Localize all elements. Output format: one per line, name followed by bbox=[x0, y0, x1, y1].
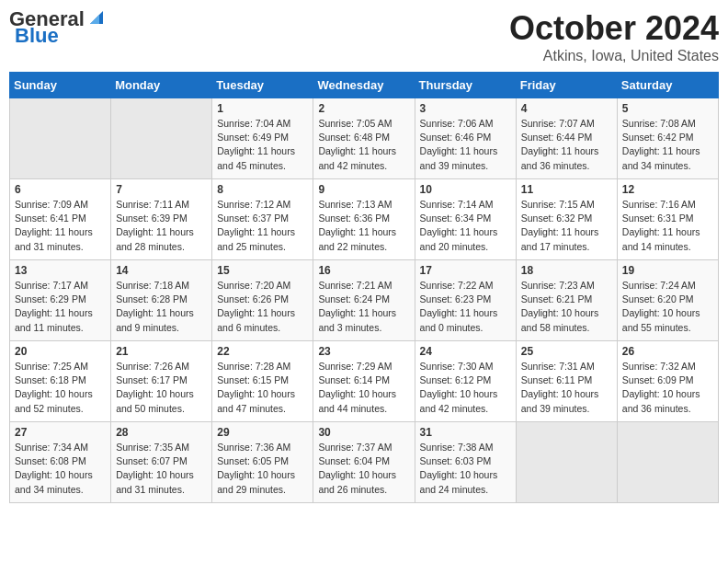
header-day-wednesday: Wednesday bbox=[313, 73, 415, 98]
day-number: 7 bbox=[116, 183, 207, 196]
header-day-friday: Friday bbox=[516, 73, 617, 98]
calendar-cell: 13Sunrise: 7:17 AM Sunset: 6:29 PM Dayli… bbox=[10, 260, 111, 341]
day-number: 27 bbox=[15, 426, 106, 439]
day-number: 24 bbox=[420, 345, 511, 358]
day-info: Sunrise: 7:17 AM Sunset: 6:29 PM Dayligh… bbox=[15, 279, 106, 335]
calendar-cell: 30Sunrise: 7:37 AM Sunset: 6:04 PM Dayli… bbox=[313, 422, 415, 503]
day-info: Sunrise: 7:11 AM Sunset: 6:39 PM Dayligh… bbox=[116, 198, 207, 254]
day-info: Sunrise: 7:15 AM Sunset: 6:32 PM Dayligh… bbox=[521, 198, 612, 254]
day-number: 8 bbox=[217, 183, 308, 196]
calendar-cell: 8Sunrise: 7:12 AM Sunset: 6:37 PM Daylig… bbox=[212, 179, 313, 260]
calendar-cell: 20Sunrise: 7:25 AM Sunset: 6:18 PM Dayli… bbox=[10, 341, 111, 422]
day-number: 12 bbox=[622, 183, 713, 196]
calendar-cell: 7Sunrise: 7:11 AM Sunset: 6:39 PM Daylig… bbox=[111, 179, 212, 260]
month-title: October 2024 bbox=[509, 9, 719, 48]
calendar-cell: 6Sunrise: 7:09 AM Sunset: 6:41 PM Daylig… bbox=[10, 179, 111, 260]
day-info: Sunrise: 7:26 AM Sunset: 6:17 PM Dayligh… bbox=[116, 360, 207, 416]
location-title: Atkins, Iowa, United States bbox=[509, 48, 719, 64]
day-info: Sunrise: 7:04 AM Sunset: 6:49 PM Dayligh… bbox=[217, 117, 308, 173]
day-number: 18 bbox=[521, 264, 612, 277]
calendar-cell: 15Sunrise: 7:20 AM Sunset: 6:26 PM Dayli… bbox=[212, 260, 313, 341]
calendar-cell bbox=[111, 98, 212, 179]
title-area: October 2024 Atkins, Iowa, United States bbox=[509, 9, 719, 64]
day-info: Sunrise: 7:28 AM Sunset: 6:15 PM Dayligh… bbox=[217, 360, 308, 416]
day-info: Sunrise: 7:31 AM Sunset: 6:11 PM Dayligh… bbox=[521, 360, 612, 416]
day-info: Sunrise: 7:13 AM Sunset: 6:36 PM Dayligh… bbox=[318, 198, 409, 254]
day-number: 26 bbox=[622, 345, 713, 358]
header: General Blue October 2024 Atkins, Iowa, … bbox=[9, 9, 719, 64]
header-day-monday: Monday bbox=[111, 73, 212, 98]
calendar-cell: 23Sunrise: 7:29 AM Sunset: 6:14 PM Dayli… bbox=[313, 341, 415, 422]
day-info: Sunrise: 7:12 AM Sunset: 6:37 PM Dayligh… bbox=[217, 198, 308, 254]
day-number: 3 bbox=[420, 102, 511, 115]
calendar-week-row: 27Sunrise: 7:34 AM Sunset: 6:08 PM Dayli… bbox=[10, 422, 719, 503]
calendar-cell: 18Sunrise: 7:23 AM Sunset: 6:21 PM Dayli… bbox=[516, 260, 617, 341]
calendar-body: 1Sunrise: 7:04 AM Sunset: 6:49 PM Daylig… bbox=[10, 98, 719, 503]
calendar-cell: 12Sunrise: 7:16 AM Sunset: 6:31 PM Dayli… bbox=[617, 179, 718, 260]
calendar-cell: 11Sunrise: 7:15 AM Sunset: 6:32 PM Dayli… bbox=[516, 179, 617, 260]
day-number: 23 bbox=[318, 345, 409, 358]
calendar-header-row: SundayMondayTuesdayWednesdayThursdayFrid… bbox=[10, 73, 719, 98]
logo-icon bbox=[86, 7, 107, 28]
calendar-cell: 3Sunrise: 7:06 AM Sunset: 6:46 PM Daylig… bbox=[415, 98, 516, 179]
calendar-cell: 10Sunrise: 7:14 AM Sunset: 6:34 PM Dayli… bbox=[415, 179, 516, 260]
calendar-week-row: 1Sunrise: 7:04 AM Sunset: 6:49 PM Daylig… bbox=[10, 98, 719, 179]
day-info: Sunrise: 7:14 AM Sunset: 6:34 PM Dayligh… bbox=[420, 198, 511, 254]
calendar-cell: 27Sunrise: 7:34 AM Sunset: 6:08 PM Dayli… bbox=[10, 422, 111, 503]
calendar-cell: 4Sunrise: 7:07 AM Sunset: 6:44 PM Daylig… bbox=[516, 98, 617, 179]
day-number: 4 bbox=[521, 102, 612, 115]
day-info: Sunrise: 7:32 AM Sunset: 6:09 PM Dayligh… bbox=[622, 360, 713, 416]
header-day-tuesday: Tuesday bbox=[212, 73, 313, 98]
day-info: Sunrise: 7:24 AM Sunset: 6:20 PM Dayligh… bbox=[622, 279, 713, 335]
day-number: 11 bbox=[521, 183, 612, 196]
calendar-cell bbox=[516, 422, 617, 503]
header-day-saturday: Saturday bbox=[617, 73, 718, 98]
calendar-cell: 9Sunrise: 7:13 AM Sunset: 6:36 PM Daylig… bbox=[313, 179, 415, 260]
calendar-cell: 2Sunrise: 7:05 AM Sunset: 6:48 PM Daylig… bbox=[313, 98, 415, 179]
day-info: Sunrise: 7:38 AM Sunset: 6:03 PM Dayligh… bbox=[420, 441, 511, 497]
day-number: 20 bbox=[15, 345, 106, 358]
logo-blue-text: Blue bbox=[15, 26, 59, 46]
calendar-cell: 26Sunrise: 7:32 AM Sunset: 6:09 PM Dayli… bbox=[617, 341, 718, 422]
calendar-cell: 5Sunrise: 7:08 AM Sunset: 6:42 PM Daylig… bbox=[617, 98, 718, 179]
day-info: Sunrise: 7:08 AM Sunset: 6:42 PM Dayligh… bbox=[622, 117, 713, 173]
day-number: 19 bbox=[622, 264, 713, 277]
day-number: 13 bbox=[15, 264, 106, 277]
calendar-cell: 28Sunrise: 7:35 AM Sunset: 6:07 PM Dayli… bbox=[111, 422, 212, 503]
day-number: 17 bbox=[420, 264, 511, 277]
day-number: 6 bbox=[15, 183, 106, 196]
day-number: 10 bbox=[420, 183, 511, 196]
day-number: 1 bbox=[217, 102, 308, 115]
day-number: 29 bbox=[217, 426, 308, 439]
day-info: Sunrise: 7:06 AM Sunset: 6:46 PM Dayligh… bbox=[420, 117, 511, 173]
calendar-cell bbox=[617, 422, 718, 503]
calendar-cell: 22Sunrise: 7:28 AM Sunset: 6:15 PM Dayli… bbox=[212, 341, 313, 422]
day-number: 14 bbox=[116, 264, 207, 277]
day-info: Sunrise: 7:34 AM Sunset: 6:08 PM Dayligh… bbox=[15, 441, 106, 497]
day-info: Sunrise: 7:20 AM Sunset: 6:26 PM Dayligh… bbox=[217, 279, 308, 335]
day-number: 9 bbox=[318, 183, 409, 196]
day-number: 21 bbox=[116, 345, 207, 358]
calendar-cell: 14Sunrise: 7:18 AM Sunset: 6:28 PM Dayli… bbox=[111, 260, 212, 341]
day-number: 25 bbox=[521, 345, 612, 358]
calendar-week-row: 13Sunrise: 7:17 AM Sunset: 6:29 PM Dayli… bbox=[10, 260, 719, 341]
day-info: Sunrise: 7:22 AM Sunset: 6:23 PM Dayligh… bbox=[420, 279, 511, 335]
svg-marker-1 bbox=[90, 15, 99, 24]
calendar-cell: 21Sunrise: 7:26 AM Sunset: 6:17 PM Dayli… bbox=[111, 341, 212, 422]
day-info: Sunrise: 7:18 AM Sunset: 6:28 PM Dayligh… bbox=[116, 279, 207, 335]
calendar-cell: 25Sunrise: 7:31 AM Sunset: 6:11 PM Dayli… bbox=[516, 341, 617, 422]
calendar-week-row: 20Sunrise: 7:25 AM Sunset: 6:18 PM Dayli… bbox=[10, 341, 719, 422]
day-info: Sunrise: 7:25 AM Sunset: 6:18 PM Dayligh… bbox=[15, 360, 106, 416]
header-day-thursday: Thursday bbox=[415, 73, 516, 98]
calendar-cell: 1Sunrise: 7:04 AM Sunset: 6:49 PM Daylig… bbox=[212, 98, 313, 179]
day-info: Sunrise: 7:30 AM Sunset: 6:12 PM Dayligh… bbox=[420, 360, 511, 416]
day-number: 22 bbox=[217, 345, 308, 358]
day-info: Sunrise: 7:07 AM Sunset: 6:44 PM Dayligh… bbox=[521, 117, 612, 173]
calendar-cell: 19Sunrise: 7:24 AM Sunset: 6:20 PM Dayli… bbox=[617, 260, 718, 341]
day-number: 30 bbox=[318, 426, 409, 439]
calendar-cell: 16Sunrise: 7:21 AM Sunset: 6:24 PM Dayli… bbox=[313, 260, 415, 341]
day-info: Sunrise: 7:37 AM Sunset: 6:04 PM Dayligh… bbox=[318, 441, 409, 497]
day-info: Sunrise: 7:36 AM Sunset: 6:05 PM Dayligh… bbox=[217, 441, 308, 497]
logo: General Blue bbox=[9, 9, 107, 46]
header-day-sunday: Sunday bbox=[10, 73, 111, 98]
